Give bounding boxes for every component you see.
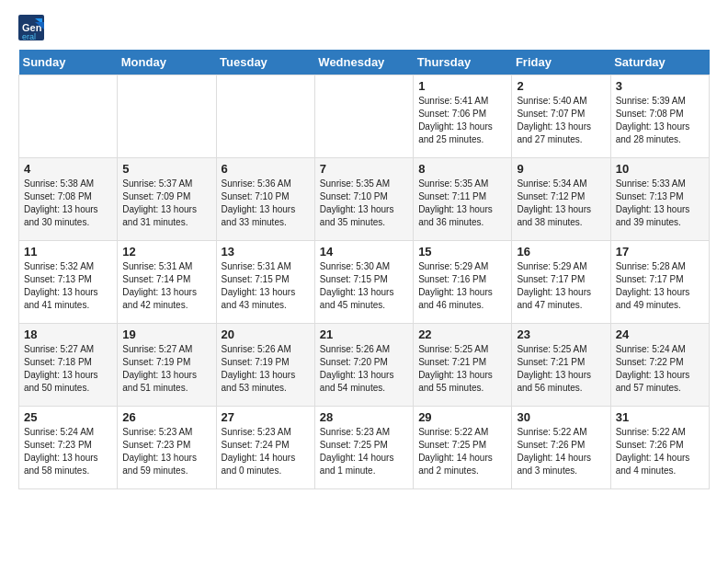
day-number: 8 bbox=[418, 162, 506, 176]
header-day-friday: Friday bbox=[512, 50, 610, 75]
calendar-cell: 27Sunrise: 5:23 AM Sunset: 7:24 PM Dayli… bbox=[216, 407, 314, 489]
calendar-cell: 13Sunrise: 5:31 AM Sunset: 7:15 PM Dayli… bbox=[216, 241, 314, 324]
day-info: Sunrise: 5:32 AM Sunset: 7:13 PM Dayligh… bbox=[24, 260, 112, 312]
day-info: Sunrise: 5:35 AM Sunset: 7:10 PM Dayligh… bbox=[320, 178, 408, 229]
calendar-cell: 5Sunrise: 5:37 AM Sunset: 7:09 PM Daylig… bbox=[118, 158, 216, 241]
day-number: 10 bbox=[616, 162, 704, 176]
calendar-header: SundayMondayTuesdayWednesdayThursdayFrid… bbox=[19, 50, 710, 75]
day-number: 15 bbox=[418, 245, 506, 259]
day-info: Sunrise: 5:22 AM Sunset: 7:26 PM Dayligh… bbox=[616, 426, 704, 477]
day-number: 27 bbox=[222, 410, 310, 424]
day-info: Sunrise: 5:39 AM Sunset: 7:08 PM Dayligh… bbox=[616, 95, 704, 146]
day-info: Sunrise: 5:24 AM Sunset: 7:23 PM Dayligh… bbox=[24, 426, 112, 477]
calendar-cell bbox=[216, 75, 314, 158]
day-info: Sunrise: 5:25 AM Sunset: 7:21 PM Dayligh… bbox=[418, 343, 506, 395]
day-number: 3 bbox=[616, 79, 704, 93]
day-number: 21 bbox=[320, 327, 408, 341]
day-info: Sunrise: 5:27 AM Sunset: 7:19 PM Dayligh… bbox=[122, 343, 210, 395]
calendar-cell: 15Sunrise: 5:29 AM Sunset: 7:16 PM Dayli… bbox=[414, 241, 512, 324]
calendar-cell: 22Sunrise: 5:25 AM Sunset: 7:21 PM Dayli… bbox=[414, 324, 512, 407]
day-number: 23 bbox=[517, 327, 605, 341]
week-row-1: 1Sunrise: 5:41 AM Sunset: 7:06 PM Daylig… bbox=[19, 75, 710, 158]
logo-icon: Gen eral bbox=[18, 15, 44, 40]
header-day-thursday: Thursday bbox=[414, 50, 512, 75]
day-number: 9 bbox=[517, 162, 605, 176]
day-number: 29 bbox=[418, 410, 506, 424]
day-info: Sunrise: 5:38 AM Sunset: 7:08 PM Dayligh… bbox=[24, 178, 112, 229]
day-number: 14 bbox=[320, 245, 408, 259]
day-number: 12 bbox=[122, 245, 210, 259]
week-row-5: 25Sunrise: 5:24 AM Sunset: 7:23 PM Dayli… bbox=[19, 407, 710, 489]
calendar-cell: 11Sunrise: 5:32 AM Sunset: 7:13 PM Dayli… bbox=[19, 241, 118, 324]
calendar-cell: 16Sunrise: 5:29 AM Sunset: 7:17 PM Dayli… bbox=[512, 241, 610, 324]
calendar-cell: 18Sunrise: 5:27 AM Sunset: 7:18 PM Dayli… bbox=[19, 324, 118, 407]
day-info: Sunrise: 5:26 AM Sunset: 7:20 PM Dayligh… bbox=[320, 343, 408, 395]
calendar-cell: 1Sunrise: 5:41 AM Sunset: 7:06 PM Daylig… bbox=[414, 75, 512, 158]
header-day-saturday: Saturday bbox=[610, 50, 709, 75]
day-number: 2 bbox=[517, 79, 605, 93]
day-info: Sunrise: 5:34 AM Sunset: 7:12 PM Dayligh… bbox=[517, 178, 605, 229]
day-number: 6 bbox=[222, 162, 310, 176]
svg-text:eral: eral bbox=[22, 32, 36, 40]
calendar-cell: 6Sunrise: 5:36 AM Sunset: 7:10 PM Daylig… bbox=[216, 158, 314, 241]
calendar-cell: 19Sunrise: 5:27 AM Sunset: 7:19 PM Dayli… bbox=[118, 324, 216, 407]
day-info: Sunrise: 5:31 AM Sunset: 7:15 PM Dayligh… bbox=[222, 260, 310, 312]
calendar-cell: 7Sunrise: 5:35 AM Sunset: 7:10 PM Daylig… bbox=[314, 158, 413, 241]
calendar-cell: 28Sunrise: 5:23 AM Sunset: 7:25 PM Dayli… bbox=[314, 407, 413, 489]
calendar-cell: 31Sunrise: 5:22 AM Sunset: 7:26 PM Dayli… bbox=[610, 407, 709, 489]
header-row: SundayMondayTuesdayWednesdayThursdayFrid… bbox=[19, 50, 710, 75]
calendar-cell: 17Sunrise: 5:28 AM Sunset: 7:17 PM Dayli… bbox=[610, 241, 709, 324]
day-info: Sunrise: 5:40 AM Sunset: 7:07 PM Dayligh… bbox=[517, 95, 605, 146]
day-number: 28 bbox=[320, 410, 408, 424]
day-info: Sunrise: 5:37 AM Sunset: 7:09 PM Dayligh… bbox=[122, 178, 210, 229]
calendar-cell bbox=[314, 75, 413, 158]
calendar-cell: 2Sunrise: 5:40 AM Sunset: 7:07 PM Daylig… bbox=[512, 75, 610, 158]
day-info: Sunrise: 5:24 AM Sunset: 7:22 PM Dayligh… bbox=[616, 343, 704, 395]
day-info: Sunrise: 5:23 AM Sunset: 7:23 PM Dayligh… bbox=[122, 426, 210, 477]
day-info: Sunrise: 5:26 AM Sunset: 7:19 PM Dayligh… bbox=[222, 343, 310, 395]
day-number: 13 bbox=[222, 245, 310, 259]
day-info: Sunrise: 5:29 AM Sunset: 7:17 PM Dayligh… bbox=[517, 260, 605, 312]
calendar-cell: 30Sunrise: 5:22 AM Sunset: 7:26 PM Dayli… bbox=[512, 407, 610, 489]
day-info: Sunrise: 5:28 AM Sunset: 7:17 PM Dayligh… bbox=[616, 260, 704, 312]
day-number: 16 bbox=[517, 245, 605, 259]
day-number: 7 bbox=[320, 162, 408, 176]
header-day-tuesday: Tuesday bbox=[216, 50, 314, 75]
calendar-cell: 9Sunrise: 5:34 AM Sunset: 7:12 PM Daylig… bbox=[512, 158, 610, 241]
day-info: Sunrise: 5:30 AM Sunset: 7:15 PM Dayligh… bbox=[320, 260, 408, 312]
calendar-cell: 23Sunrise: 5:25 AM Sunset: 7:21 PM Dayli… bbox=[512, 324, 610, 407]
day-info: Sunrise: 5:29 AM Sunset: 7:16 PM Dayligh… bbox=[418, 260, 506, 312]
header-day-sunday: Sunday bbox=[19, 50, 118, 75]
calendar-cell: 10Sunrise: 5:33 AM Sunset: 7:13 PM Dayli… bbox=[610, 158, 709, 241]
day-number: 24 bbox=[616, 327, 704, 341]
day-number: 5 bbox=[122, 162, 210, 176]
day-info: Sunrise: 5:25 AM Sunset: 7:21 PM Dayligh… bbox=[517, 343, 605, 395]
day-info: Sunrise: 5:41 AM Sunset: 7:06 PM Dayligh… bbox=[418, 95, 506, 146]
day-number: 1 bbox=[418, 79, 506, 93]
calendar-cell: 8Sunrise: 5:35 AM Sunset: 7:11 PM Daylig… bbox=[414, 158, 512, 241]
day-info: Sunrise: 5:22 AM Sunset: 7:26 PM Dayligh… bbox=[517, 426, 605, 477]
calendar-cell: 21Sunrise: 5:26 AM Sunset: 7:20 PM Dayli… bbox=[314, 324, 413, 407]
day-info: Sunrise: 5:22 AM Sunset: 7:25 PM Dayligh… bbox=[418, 426, 506, 477]
calendar-cell: 12Sunrise: 5:31 AM Sunset: 7:14 PM Dayli… bbox=[118, 241, 216, 324]
day-info: Sunrise: 5:23 AM Sunset: 7:25 PM Dayligh… bbox=[320, 426, 408, 477]
day-number: 4 bbox=[24, 162, 112, 176]
day-number: 30 bbox=[517, 410, 605, 424]
week-row-2: 4Sunrise: 5:38 AM Sunset: 7:08 PM Daylig… bbox=[19, 158, 710, 241]
day-number: 22 bbox=[418, 327, 506, 341]
calendar-cell: 20Sunrise: 5:26 AM Sunset: 7:19 PM Dayli… bbox=[216, 324, 314, 407]
week-row-4: 18Sunrise: 5:27 AM Sunset: 7:18 PM Dayli… bbox=[19, 324, 710, 407]
day-info: Sunrise: 5:23 AM Sunset: 7:24 PM Dayligh… bbox=[222, 426, 310, 477]
calendar-table: SundayMondayTuesdayWednesdayThursdayFrid… bbox=[18, 50, 710, 489]
day-number: 26 bbox=[122, 410, 210, 424]
day-number: 17 bbox=[616, 245, 704, 259]
day-number: 11 bbox=[24, 245, 112, 259]
logo: Gen eral bbox=[18, 15, 48, 40]
day-number: 18 bbox=[24, 327, 112, 341]
calendar-cell: 25Sunrise: 5:24 AM Sunset: 7:23 PM Dayli… bbox=[19, 407, 118, 489]
day-info: Sunrise: 5:35 AM Sunset: 7:11 PM Dayligh… bbox=[418, 178, 506, 229]
day-info: Sunrise: 5:33 AM Sunset: 7:13 PM Dayligh… bbox=[616, 178, 704, 229]
week-row-3: 11Sunrise: 5:32 AM Sunset: 7:13 PM Dayli… bbox=[19, 241, 710, 324]
header: Gen eral bbox=[18, 15, 710, 40]
calendar-cell: 26Sunrise: 5:23 AM Sunset: 7:23 PM Dayli… bbox=[118, 407, 216, 489]
